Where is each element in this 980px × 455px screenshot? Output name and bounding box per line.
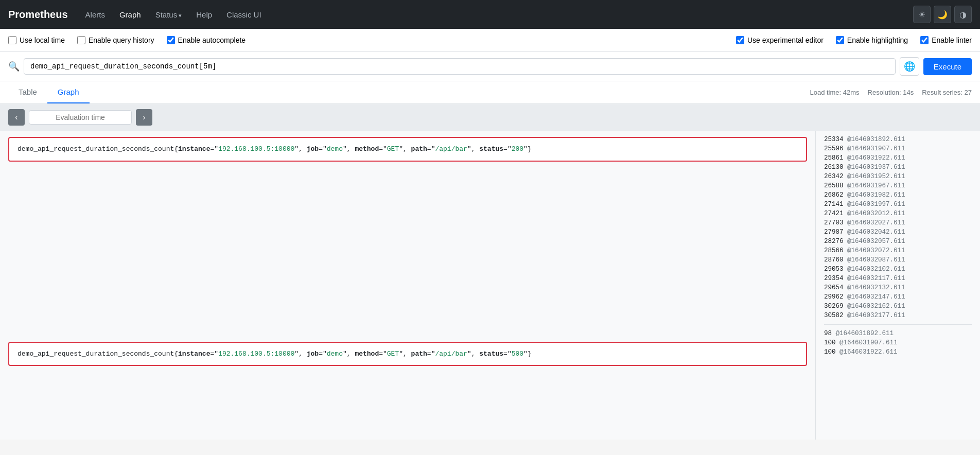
options-right: Use experimental editor Enable highlight… [736, 36, 972, 44]
metric-name: demo_api_request_duration_seconds_count [18, 145, 174, 153]
nav-status[interactable]: Status [150, 7, 187, 22]
execute-button[interactable]: Execute [923, 58, 972, 75]
values-column: 25334 @1646031892.611 25596 @1646031907.… [815, 131, 980, 440]
enable-linter-label[interactable]: Enable linter [920, 36, 972, 44]
table-row: demo_api_request_duration_seconds_count{… [8, 137, 807, 162]
enable-query-history-text: Enable query history [89, 36, 154, 44]
enable-highlighting-label[interactable]: Enable highlighting [836, 36, 908, 44]
query-input[interactable] [24, 58, 896, 75]
navbar-right: ☀ 🌙 ◑ [913, 6, 972, 23]
use-experimental-editor-checkbox[interactable] [736, 36, 744, 44]
enable-query-history-checkbox[interactable] [77, 36, 85, 44]
tabs-row: Table Graph Load time: 42ms Resolution: … [0, 81, 980, 104]
app-brand: Prometheus [8, 9, 68, 21]
eval-next-button[interactable]: › [136, 109, 152, 126]
use-local-time-checkbox[interactable] [8, 36, 16, 44]
list-item: 26130 @1646031937.611 [824, 163, 972, 172]
list-item: 25334 @1646031892.611 [824, 135, 972, 144]
enable-linter-checkbox[interactable] [920, 36, 929, 44]
list-item: 27421 @1646032012.611 [824, 209, 972, 218]
navbar-links: Alerts Graph Status Help Classic UI [80, 7, 267, 22]
enable-highlighting-text: Enable highlighting [847, 36, 908, 44]
eval-time-input[interactable] [29, 110, 132, 125]
list-item: 27141 @1646031997.611 [824, 200, 972, 209]
list-item: 28566 @1646032072.611 [824, 246, 972, 255]
list-item: 29053 @1646032102.611 [824, 265, 972, 274]
load-time-stat: Load time: 42ms [810, 89, 859, 96]
list-item: 29654 @1646032132.611 [824, 283, 972, 292]
list-item: 29354 @1646032117.611 [824, 274, 972, 283]
tabs: Table Graph [8, 81, 90, 103]
use-experimental-editor-label[interactable]: Use experimental editor [736, 36, 824, 44]
tab-graph[interactable]: Graph [47, 81, 90, 103]
list-item: 28276 @1646032057.611 [824, 237, 972, 246]
use-local-time-label[interactable]: Use local time [8, 36, 65, 44]
theme-moon-button[interactable]: 🌙 [934, 6, 951, 23]
enable-autocomplete-text: Enable autocomplete [178, 36, 246, 44]
list-item: 26588 @1646031967.611 [824, 181, 972, 190]
nav-help[interactable]: Help [191, 7, 217, 22]
eval-row: ‹ › [0, 104, 980, 131]
list-item: 27987 @1646032042.611 [824, 227, 972, 237]
metric-name: demo_api_request_duration_seconds_count [18, 350, 174, 358]
results-list: demo_api_request_duration_seconds_count{… [0, 131, 815, 440]
nav-classic-ui[interactable]: Classic UI [221, 7, 267, 22]
list-item: 30269 @1646032162.611 [824, 302, 972, 311]
use-experimental-editor-text: Use experimental editor [747, 36, 824, 44]
list-item: 100 @1646031922.611 [824, 347, 972, 357]
options-bar: Use local time Enable query history Enab… [0, 29, 980, 52]
list-item: 98 @1646031892.611 [824, 329, 972, 338]
list-item: 30582 @1646032177.611 [824, 311, 972, 320]
stats-info: Load time: 42ms Resolution: 14s Result s… [810, 89, 972, 96]
theme-contrast-button[interactable]: ◑ [954, 6, 972, 23]
enable-linter-text: Enable linter [932, 36, 972, 44]
list-item: 25596 @1646031907.611 [824, 144, 972, 153]
tab-table[interactable]: Table [8, 81, 47, 103]
list-item: 26862 @1646031982.611 [824, 190, 972, 200]
enable-autocomplete-checkbox[interactable] [167, 36, 175, 44]
list-item: 28760 @1646032087.611 [824, 255, 972, 265]
theme-sun-button[interactable]: ☀ [913, 6, 931, 23]
nav-graph[interactable]: Graph [114, 7, 146, 22]
globe-button[interactable]: 🌐 [900, 57, 919, 76]
use-local-time-text: Use local time [20, 36, 65, 44]
enable-highlighting-checkbox[interactable] [836, 36, 844, 44]
list-item: 29962 @1646032147.611 [824, 292, 972, 302]
list-item: 25861 @1646031922.611 [824, 153, 972, 163]
results-area: demo_api_request_duration_seconds_count{… [0, 131, 980, 440]
table-row: demo_api_request_duration_seconds_count{… [8, 342, 807, 366]
navbar: Prometheus Alerts Graph Status Help Clas… [0, 0, 980, 29]
enable-query-history-label[interactable]: Enable query history [77, 36, 154, 44]
enable-autocomplete-label[interactable]: Enable autocomplete [167, 36, 246, 44]
result-series-stat: Result series: 27 [922, 89, 972, 96]
nav-alerts[interactable]: Alerts [80, 7, 110, 22]
list-item: 26342 @1646031952.611 [824, 172, 972, 181]
divider [824, 324, 972, 325]
eval-prev-button[interactable]: ‹ [8, 109, 25, 126]
list-item: 100 @1646031907.611 [824, 338, 972, 347]
list-item: 27703 @1646032027.611 [824, 218, 972, 227]
search-bar: 🔍 🌐 Execute [0, 52, 980, 81]
resolution-stat: Resolution: 14s [868, 89, 914, 96]
search-icon: 🔍 [8, 61, 20, 72]
